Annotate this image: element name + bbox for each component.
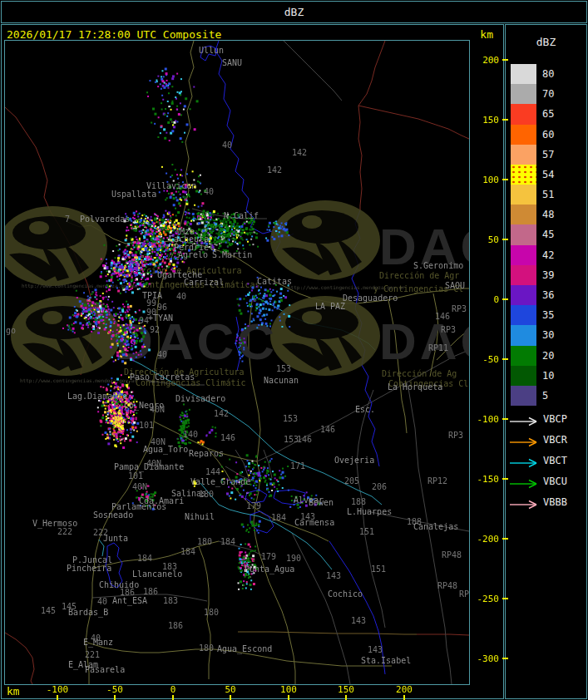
title-bar: dBZ — [1, 1, 587, 23]
map-label: 146 — [435, 313, 450, 320]
bottom-axis-tick — [288, 695, 289, 700]
map-label: 183 — [162, 563, 177, 570]
map-label: 188 — [351, 498, 366, 505]
bottom-axis-tick — [114, 695, 116, 700]
legend-scale-swatch — [511, 366, 536, 386]
map-label: 221 — [85, 651, 100, 658]
map-label: 40N — [132, 483, 147, 490]
map-label: 180 — [199, 644, 214, 652]
map-label: 143 — [351, 617, 366, 624]
bottom-axis-tick-label: -100 — [47, 685, 69, 695]
legend-scale-swatch — [511, 346, 536, 366]
map-label: 186 — [143, 588, 158, 595]
map-label: RP4 — [459, 590, 470, 598]
vector-legend-row — [509, 497, 542, 507]
right-axis-tick-label: -250 — [474, 594, 499, 604]
map-label: SANU — [222, 59, 242, 67]
map-label: Sta.Isabel — [361, 657, 411, 664]
bottom-axis-tick — [57, 695, 58, 700]
legend-scale-swatch — [511, 285, 536, 305]
map-label: RP48 — [442, 551, 462, 559]
map-label: Villavicen — [146, 182, 196, 190]
map-label: Nacunan — [264, 377, 299, 384]
map-label: 146 — [320, 426, 335, 433]
map-label: La Horqueta — [388, 383, 442, 391]
vector-arrow-icon — [509, 500, 542, 510]
legend-scale-value: 39 — [542, 270, 554, 281]
map-label: 40 — [157, 351, 167, 358]
right-axis-tick — [502, 179, 508, 180]
radar-echo-layer — [5, 41, 469, 684]
map-label: 101 — [128, 472, 143, 480]
map-label: 144 — [205, 468, 220, 476]
right-axis-tick — [502, 298, 508, 300]
map-label: 222 — [57, 528, 72, 535]
map-label: Pincheira — [67, 564, 111, 572]
map-label: 40N — [146, 460, 161, 467]
map-label: 143 — [326, 572, 341, 579]
vector-legend-row — [509, 476, 542, 486]
right-axis-tick — [502, 538, 508, 540]
map-label: 180 — [197, 538, 212, 545]
right-axis-tick-label: -200 — [474, 535, 499, 545]
legend-scale-swatch — [511, 245, 536, 265]
map-label: 184 — [137, 555, 152, 562]
map-label: RP48 — [437, 582, 457, 589]
legend-scale-value: 36 — [542, 290, 554, 301]
right-axis-tick-label: 200 — [474, 56, 499, 66]
right-axis-tick — [502, 478, 508, 480]
legend-scale-swatch — [511, 145, 536, 165]
map-label: 180 — [204, 609, 219, 616]
bottom-axis-tick-label: 150 — [338, 685, 354, 695]
map-label: Ant_ESA — [112, 597, 147, 604]
right-axis-tick-label: -50 — [474, 355, 499, 365]
right-axis-tick-label: 100 — [474, 175, 499, 185]
map-label: Ovejeria — [334, 456, 374, 464]
right-axis-tick — [502, 598, 508, 599]
map-label: Ullun — [199, 47, 224, 54]
vector-legend-row — [509, 414, 542, 424]
radar-main-window: 2026/01/17 17:28:00 UTC Composite km — [1, 24, 504, 699]
map-label: 7 — [65, 215, 70, 223]
map-label: 186 — [120, 589, 135, 596]
map-label: 40 — [176, 293, 186, 300]
map-label: 179 — [261, 553, 276, 560]
map-label: Punta_Agua — [245, 565, 294, 573]
map-label: Agrelo — [178, 251, 208, 259]
map-label: go — [6, 327, 16, 334]
map-label: 180 — [199, 490, 214, 498]
map-label: RP3 — [452, 305, 467, 313]
map-label: 184 — [220, 538, 235, 545]
map-label: 146 — [297, 436, 312, 443]
radar-app-screen: dBZ 2026/01/17 17:28:00 UTC Composite km — [0, 0, 588, 700]
vector-legend-label: VBCP — [543, 414, 567, 424]
map-label: 142 — [292, 149, 307, 156]
map-label: 40N — [150, 406, 165, 413]
map-label: Cacheuta — [169, 235, 209, 243]
vector-arrow-icon — [509, 417, 542, 426]
right-axis-tick — [502, 239, 508, 240]
map-label: 40N — [151, 438, 166, 446]
map-label: Esc. — [355, 406, 375, 413]
map-label: 205 — [344, 477, 359, 485]
map-label: 143 — [368, 646, 383, 653]
legend-scale-swatch — [511, 64, 536, 84]
map-label: 99 — [146, 299, 156, 307]
timestamp-label: 2026/01/17 17:28:00 UTC Composite — [7, 28, 221, 41]
map-label: 40 — [204, 188, 214, 195]
map-label: Carmensa — [294, 519, 334, 526]
legend-scale-value: 51 — [542, 190, 554, 200]
map-label: Pasarela — [85, 666, 125, 673]
vector-legend-label: VBCU — [543, 476, 567, 486]
right-axis-tick — [502, 658, 508, 659]
legend-scale-value: 30 — [542, 330, 554, 341]
legend-scale-value: 54 — [542, 170, 554, 180]
map-label: 206 — [372, 483, 387, 490]
bottom-axis-tick-label: 0 — [170, 685, 176, 695]
map-label: Reparos — [189, 450, 224, 457]
legend-scale-value: 65 — [542, 109, 554, 120]
right-axis-tick — [502, 418, 508, 420]
map-label: Cochico — [328, 590, 363, 598]
map-label: 183 — [163, 597, 178, 604]
legend-scale-swatch — [511, 224, 536, 244]
